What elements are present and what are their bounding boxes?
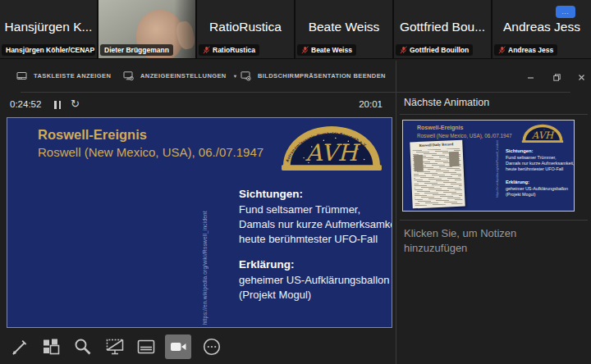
slide-source-url: https://en.wikipedia.org/wiki/Roswell_in… <box>202 208 208 325</box>
slide-title: Roswell-Ereignis <box>38 127 147 143</box>
participant-tile-andreas[interactable]: Andreas Jess Andreas Jess <box>492 0 591 58</box>
minimize-icon <box>527 74 534 81</box>
close-icon <box>578 74 585 81</box>
black-screen-button[interactable] <box>102 334 128 359</box>
zoom-slide-button[interactable] <box>70 334 96 359</box>
participant-tile-ratiorustica[interactable]: RatioRustica RatioRustica <box>197 0 294 58</box>
sightings-line: Damals nur kurze Aufmerksamkeit, <box>239 218 392 230</box>
elapsed-timer: 0:24:52 <box>10 99 41 109</box>
participant-label: Hansjürgen Köhler/CENAP <box>2 44 95 56</box>
toolbar-divider <box>21 92 570 93</box>
participant-label: Dieter Brüggemann <box>100 44 173 56</box>
participant-tile-dieter[interactable]: Dieter Brüggemann <box>98 0 195 58</box>
next-animation-heading: Nächste Animation <box>404 97 489 108</box>
participant-tile-gottfried[interactable]: Gottfried Bou... Gottfried Bouillon <box>394 0 491 58</box>
magnifier-icon <box>73 337 93 357</box>
thumb-sightings-heading: Sichtungen: <box>506 148 534 153</box>
all-slides-icon <box>41 337 61 357</box>
logo-monogram: AVH <box>305 139 361 166</box>
display-settings-icon <box>123 71 134 81</box>
camera-toggle-button[interactable] <box>165 334 191 359</box>
muted-mic-icon <box>203 46 210 54</box>
restore-icon <box>553 74 561 81</box>
explanation-line: (Projekt Mogul) <box>239 289 311 301</box>
restart-icon: ↻ <box>71 98 80 110</box>
notes-placeholder[interactable]: Klicken Sie, um Notizen hinzuzufügen <box>404 226 535 256</box>
muted-mic-icon <box>301 46 309 54</box>
muted-mic-icon <box>498 46 506 54</box>
video-strip: Hansjürgen K... Hansjürgen Köhler/CENAP … <box>0 0 591 59</box>
captions-button[interactable] <box>133 334 159 359</box>
thumb-club-logo: AVH <box>521 123 564 143</box>
next-animation-thumbnail[interactable]: Roswell-Ereignis Roswell (New Mexico, US… <box>402 120 575 212</box>
minimize-button[interactable] <box>524 71 537 83</box>
presenter-toolbar: TASKLEISTE ANZEIGEN ANZEIGEEINSTELLUNGEN… <box>0 64 591 89</box>
thumb-title: Roswell-Ereignis <box>417 125 463 130</box>
pen-tool-button[interactable] <box>7 334 33 359</box>
show-taskbar-button[interactable]: TASKLEISTE ANZEIGEN <box>16 71 111 81</box>
timer-row: 0:24:52 ↻ 20:01 <box>0 97 394 115</box>
close-button[interactable] <box>575 71 588 83</box>
sightings-line: heute berühmtester UFO-Fall <box>239 233 378 245</box>
newspaper-image: Roswell Daily Record <box>410 140 465 209</box>
camera-icon <box>168 337 188 357</box>
strip-more-options-button[interactable]: ... <box>556 6 575 18</box>
thumb-source-url: https://en.wikipedia.org/wiki/Roswell_in… <box>496 160 499 198</box>
display-settings-button[interactable]: ANZEIGEEINSTELLUNGEN ▼ <box>123 71 238 81</box>
participant-label: Andreas Jess <box>494 44 557 56</box>
slide-canvas[interactable]: Roswell-Ereignis Roswell (New Mexico, US… <box>7 117 392 328</box>
end-presentation-icon <box>241 71 251 81</box>
club-logo: Astronomieverein Humboldt Bayreuth e.V. … <box>280 123 383 172</box>
pause-icon <box>54 101 57 109</box>
captions-icon <box>136 337 156 357</box>
thumb-logo-monogram: AVH <box>531 130 555 141</box>
taskbar-icon <box>16 71 27 81</box>
thumb-explanation-heading: Erklärung: <box>506 180 529 184</box>
newspaper-title: Roswell Daily Record <box>410 142 462 148</box>
annotation-toolbar <box>0 330 394 364</box>
participant-tile-hansjuergen[interactable]: Hansjürgen K... Hansjürgen Köhler/CENAP <box>0 0 97 58</box>
heading-divider <box>400 114 588 115</box>
participant-display-name: Beate Weiss <box>296 20 392 34</box>
panel-divider <box>396 61 396 364</box>
participant-label: Beate Weiss <box>297 44 356 56</box>
participant-display-name: Hansjürgen K... <box>0 20 97 34</box>
screen: Hansjürgen K... Hansjürgen Köhler/CENAP … <box>0 0 591 364</box>
participant-label: Gottfried Bouillon <box>396 44 473 56</box>
more-options-icon <box>202 337 222 357</box>
pause-timer-button[interactable] <box>54 100 64 109</box>
end-presentation-button[interactable]: BILDSCHIRMPRÄSENTATION BEENDEN <box>241 71 386 81</box>
restore-button[interactable] <box>550 71 563 83</box>
participant-display-name: RatioRustica <box>197 20 294 34</box>
slide-subtitle: Roswell (New Mexico, USA), 06./07.1947 <box>38 145 263 159</box>
participant-label: RatioRustica <box>199 44 259 56</box>
thumb-subtitle: Roswell (New Mexico, USA), 06./07.1947 <box>417 133 512 139</box>
explanation-line: geheimer US-Aufklärungsballon <box>239 274 390 286</box>
presenter-window: TASKLEISTE ANZEIGEN ANZEIGEEINSTELLUNGEN… <box>0 59 591 364</box>
restart-timer-button[interactable]: ↻ <box>71 98 80 110</box>
chevron-down-icon: ▼ <box>233 74 238 79</box>
pen-icon <box>10 337 30 357</box>
muted-mic-icon <box>400 46 407 54</box>
black-screen-icon <box>105 337 125 357</box>
explanation-heading: Erklärung: <box>239 258 295 271</box>
see-all-slides-button[interactable] <box>38 334 64 359</box>
more-options-button[interactable] <box>199 334 225 359</box>
sightings-heading: Sichtungen: <box>239 188 303 200</box>
notes-divider <box>400 220 588 221</box>
participant-display-name: Gottfried Bou... <box>394 20 491 34</box>
sightings-line: Fund seltsamer Trümmer, <box>239 203 360 216</box>
participant-tile-beate[interactable]: Beate Weiss Beate Weiss <box>296 0 392 58</box>
participant-display-name: Andreas Jess <box>492 20 591 34</box>
current-time: 20:01 <box>328 99 383 109</box>
